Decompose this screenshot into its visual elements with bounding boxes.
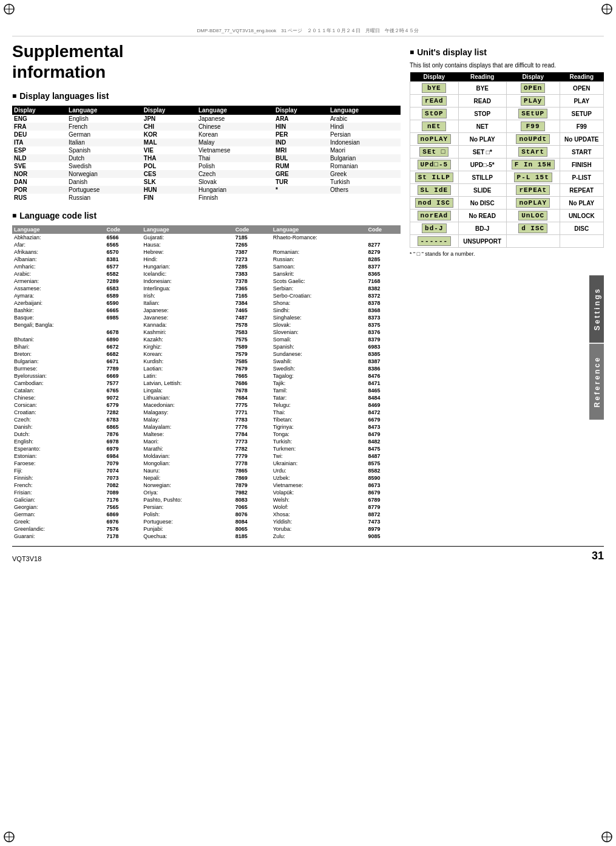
ud-col-display1: Display xyxy=(410,72,459,82)
table-row: Spanish:6983 xyxy=(271,343,401,350)
table-row: ENGEnglishJPNJapaneseARAArabic xyxy=(12,115,401,123)
table-row: Uzbek:8590 xyxy=(271,474,401,482)
table-row: Abkhazian:6566 xyxy=(12,234,141,241)
table-row: Maori:7773 xyxy=(141,438,271,445)
table-row: French:7082 xyxy=(12,482,141,489)
ud-col-display2: Display xyxy=(506,72,560,82)
table-row: Bashkir:6665 xyxy=(12,307,141,314)
table-row: Laotian:7679 xyxy=(141,365,271,372)
table-row: Slovak:8375 xyxy=(271,321,401,329)
table-row: Malay:7783 xyxy=(141,416,271,423)
table-row: ESPSpanishVIEVietnameseMRIMaori xyxy=(12,146,401,154)
table-row: 8277 xyxy=(271,241,401,248)
table-row: Malayalam:7776 xyxy=(141,423,271,431)
table-row: Tagalog:8476 xyxy=(271,372,401,380)
table-row: ------UNSUPPORT xyxy=(410,235,604,248)
table-row: Kashmiri:7583 xyxy=(141,329,271,336)
lang-code-section-title: Language code list xyxy=(12,211,401,220)
table-row: Hindi:7273 xyxy=(141,256,271,263)
table-row: FRAFrenchCHIChineseHINHindi xyxy=(12,123,401,131)
col-lang1: Language xyxy=(67,106,142,115)
table-row: 6678 xyxy=(12,329,141,336)
lc-col2-code: Code xyxy=(234,225,271,234)
table-row: nod ISCNo DISCnoPLAYNo PLAY xyxy=(410,197,604,210)
table-row: Quechua:8185 xyxy=(141,533,271,540)
table-row: Cambodian:7577 xyxy=(12,380,141,387)
table-row: Marathi:7782 xyxy=(141,445,271,452)
table-row: Icelandic:7383 xyxy=(141,270,271,278)
table-row: Corsican:6779 xyxy=(12,401,141,409)
table-row: DEUGermanKORKoreanPERPersian xyxy=(12,131,401,138)
col-display3: Display xyxy=(274,106,328,115)
table-row: Polish:8076 xyxy=(141,511,271,518)
table-row: Czech:6783 xyxy=(12,416,141,423)
page-number: 31 xyxy=(592,550,604,562)
lang-code-col2-table: Language Code Gujarati:7185Hausa:7265Heb… xyxy=(141,225,271,540)
table-row: norEAdNo READUnLOCUNLOCK xyxy=(410,210,604,222)
table-row: Latvian, Lettish:7686 xyxy=(141,380,271,387)
table-row: Vietnamese:8673 xyxy=(271,482,401,489)
table-row: St ILLPSTILLPP-L 15tP-LIST xyxy=(410,171,604,184)
table-row: Afar:6565 xyxy=(12,241,141,248)
col-lang3: Language xyxy=(328,106,401,115)
table-row: Turkish:8482 xyxy=(271,438,401,445)
table-row: NLDDutchTHAThaiBULBulgarian xyxy=(12,154,401,162)
table-row: Twi:8487 xyxy=(271,452,401,460)
table-row: Galician:7176 xyxy=(12,496,141,503)
table-row: Xhosa:8872 xyxy=(271,511,401,518)
table-row: Georgian:7565 xyxy=(12,503,141,511)
table-row: Maltese:7784 xyxy=(141,431,271,438)
table-row: Nauru:7865 xyxy=(141,467,271,474)
table-row: Indonesian:7378 xyxy=(141,278,271,285)
table-row: nEtNETF99F99 xyxy=(410,120,604,133)
table-row: Amharic:6577 xyxy=(12,263,141,270)
table-row: Urdu:8582 xyxy=(271,467,401,474)
table-row: NORNorwegianCESCzechGREGreek xyxy=(12,170,401,178)
table-row: Portuguese:8084 xyxy=(141,518,271,525)
table-row: Kurdish:7585 xyxy=(141,358,271,365)
lang-code-col1-table: Language Code Abkhazian:6566Afar:6565Afr… xyxy=(12,225,141,540)
table-row: Basque:6985 xyxy=(12,314,141,321)
table-row: Oriya:7982 xyxy=(141,489,271,496)
table-row: Lingala:7678 xyxy=(141,387,271,394)
lc-col2-lang: Language xyxy=(141,225,233,234)
col-lang2: Language xyxy=(197,106,274,115)
unit-display-section-title: Unit's display list xyxy=(410,47,604,57)
table-row: Shona:8378 xyxy=(271,299,401,307)
table-row: Frisian:7089 xyxy=(12,489,141,496)
table-row: Burmese:7789 xyxy=(12,365,141,372)
table-row: Serbo-Croatian:8372 xyxy=(271,292,401,299)
table-row: RUSRussianFINFinnish xyxy=(12,194,401,202)
table-row: Bihari:6672 xyxy=(12,343,141,350)
lc-col3-lang: Language xyxy=(271,225,367,234)
table-row: Serbian:8382 xyxy=(271,285,401,292)
table-row: Javanese:7487 xyxy=(141,314,271,321)
table-row: Russian:8285 xyxy=(271,256,401,263)
table-row: English:6978 xyxy=(12,438,141,445)
table-row: SVESwedishPOLPolishRUMRomanian xyxy=(12,162,401,170)
table-row: Swedish:8386 xyxy=(271,365,401,372)
table-row: Latin:7665 xyxy=(141,372,271,380)
table-row: Yoruba:8979 xyxy=(271,525,401,533)
table-row: ITAItalianMALMalayINDIndonesian xyxy=(12,138,401,146)
table-row: Albanian:8381 xyxy=(12,256,141,263)
table-row: Arabic:6582 xyxy=(12,270,141,278)
table-row: Greek:6976 xyxy=(12,518,141,525)
table-row: Singhalese:8373 xyxy=(271,314,401,321)
table-row: Punjabi:8065 xyxy=(141,525,271,533)
table-row: German:6869 xyxy=(12,511,141,518)
unit-display-table: Display Reading Display Reading bYEBYEOP… xyxy=(410,72,604,248)
table-row: Hebrew:7387 xyxy=(141,248,271,256)
table-row: Telugu:8469 xyxy=(271,401,401,409)
table-row: Afrikaans:6570 xyxy=(12,248,141,256)
lang-code-col3-table: Language Code Rhaeto-Romance:8277Romania… xyxy=(271,225,401,540)
table-row: Malagasy:7771 xyxy=(141,409,271,416)
lc-col1-lang: Language xyxy=(12,225,105,234)
table-row: Croatian:7282 xyxy=(12,409,141,416)
table-row: Nepali:7869 xyxy=(141,474,271,482)
table-row: noPLAYNo PLAYnoUPdtNo UPDATE xyxy=(410,133,604,146)
table-row: Hausa:7265 xyxy=(141,241,271,248)
table-row: Korean:7579 xyxy=(141,350,271,358)
table-row: Sanskrit:8365 xyxy=(271,270,401,278)
table-row: rEAdREADPLAyPLAY xyxy=(410,95,604,107)
